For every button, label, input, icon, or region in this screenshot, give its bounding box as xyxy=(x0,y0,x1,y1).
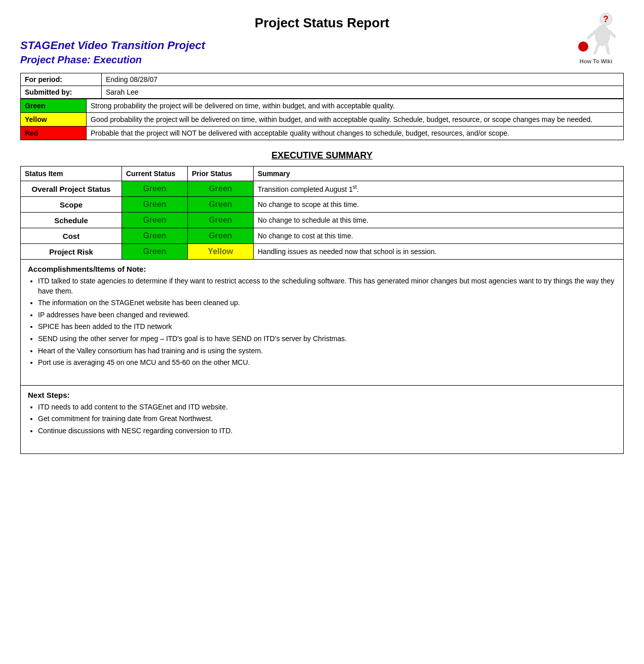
svg-line-5 xyxy=(595,45,598,53)
status-table-row: Project RiskGreenYellowHandling issues a… xyxy=(21,244,624,260)
status-summary: No change to scope at this time. xyxy=(254,197,624,213)
status-item-name: Overall Project Status xyxy=(21,181,122,197)
col-summary: Summary xyxy=(254,167,624,181)
list-item: IP addresses have been changed and revie… xyxy=(38,310,616,320)
list-item: SEND using the other server for mpeg – I… xyxy=(38,334,616,344)
status-current: Green xyxy=(122,244,188,260)
status-table-header: Status Item Current Status Prior Status … xyxy=(21,167,624,181)
project-phase: Project Phase: Execution xyxy=(20,54,624,66)
col-status-item: Status Item xyxy=(21,167,122,181)
status-current: Green xyxy=(122,213,188,228)
submitted-by-value: Sarah Lee xyxy=(102,86,624,99)
col-prior-status: Prior Status xyxy=(188,167,254,181)
next-steps-list: ITD needs to add content to the STAGEnet… xyxy=(38,402,616,436)
svg-line-3 xyxy=(588,31,595,38)
info-table: For period: Ending 08/28/07 Submitted by… xyxy=(20,73,624,99)
next-steps-section: Next Steps: ITD needs to add content to … xyxy=(20,386,624,454)
how-to-logo: ? How To Wiki xyxy=(568,10,624,64)
status-current: Green xyxy=(122,181,188,197)
list-item: Heart of the Valley consortium has had t… xyxy=(38,346,616,356)
col-current-status: Current Status xyxy=(122,167,188,181)
legend-table: Green Strong probability the project wil… xyxy=(20,99,624,140)
list-item: Get commitment for training date from Gr… xyxy=(38,414,616,424)
legend-green-label: Green xyxy=(21,99,87,113)
status-item-name: Schedule xyxy=(21,213,122,228)
status-current: Green xyxy=(122,228,188,244)
header-area: Project Status Report ? How To Wiki xyxy=(20,15,624,31)
svg-text:?: ? xyxy=(603,14,609,24)
status-summary: Handling issues as needed now that schoo… xyxy=(254,244,624,260)
submitted-by-label: Submitted by: xyxy=(21,86,102,99)
svg-point-7 xyxy=(578,42,588,52)
status-table-row: ScopeGreenGreenNo change to scope at thi… xyxy=(21,197,624,213)
status-table: Status Item Current Status Prior Status … xyxy=(20,166,624,260)
status-current: Green xyxy=(122,197,188,213)
legend-green-desc: Strong probability the project will be d… xyxy=(87,99,624,113)
legend-yellow-label: Yellow xyxy=(21,113,87,127)
page-title: Project Status Report xyxy=(20,15,624,31)
legend-red-label: Red xyxy=(21,127,87,140)
status-table-row: Overall Project StatusGreenGreenTransiti… xyxy=(21,181,624,197)
status-summary: No change to cost at this time. xyxy=(254,228,624,244)
project-title: STAGEnet Video Transition Project xyxy=(20,39,624,52)
accomplishments-list: ITD talked to state agencies to determin… xyxy=(38,276,616,368)
info-row-period: For period: Ending 08/28/07 xyxy=(21,73,624,86)
legend-row-red: Red Probable that the project will NOT b… xyxy=(21,127,624,140)
exec-summary-title: EXECUTIVE SUMMARY xyxy=(20,150,624,161)
legend-row-yellow: Yellow Good probability the project will… xyxy=(21,113,624,127)
list-item: SPICE has been added to the ITD network xyxy=(38,322,616,332)
status-prior: Green xyxy=(188,228,254,244)
accomplishments-title: Accomplishments/Items of Note: xyxy=(28,265,616,273)
svg-line-4 xyxy=(610,31,615,36)
status-prior: Green xyxy=(188,213,254,228)
for-period-label: For period: xyxy=(21,73,102,86)
status-summary: Transition completed August 1st. xyxy=(254,181,624,197)
list-item: Continue discussions with NESC regarding… xyxy=(38,426,616,436)
status-item-name: Cost xyxy=(21,228,122,244)
legend-red-desc: Probable that the project will NOT be de… xyxy=(87,127,624,140)
for-period-value: Ending 08/28/07 xyxy=(102,73,624,86)
svg-point-2 xyxy=(595,25,610,46)
status-item-name: Scope xyxy=(21,197,122,213)
info-row-submitted: Submitted by: Sarah Lee xyxy=(21,86,624,99)
status-prior: Green xyxy=(188,197,254,213)
status-table-row: ScheduleGreenGreenNo change to schedule … xyxy=(21,213,624,228)
status-prior: Green xyxy=(188,181,254,197)
status-table-row: CostGreenGreenNo change to cost at this … xyxy=(21,228,624,244)
status-prior: Yellow xyxy=(188,244,254,260)
legend-yellow-desc: Good probability the project will be del… xyxy=(87,113,624,127)
accomplishments-section: Accomplishments/Items of Note: ITD talke… xyxy=(20,260,624,386)
how-to-label: How To Wiki xyxy=(568,58,624,64)
list-item: The information on the STAGEnet website … xyxy=(38,298,616,308)
list-item: ITD talked to state agencies to determin… xyxy=(38,276,616,296)
how-to-figure-icon: ? xyxy=(573,10,619,56)
status-item-name: Project Risk xyxy=(21,244,122,260)
status-summary: No change to schedule at this time. xyxy=(254,213,624,228)
next-steps-title: Next Steps: xyxy=(28,391,616,399)
svg-line-6 xyxy=(607,45,609,53)
list-item: ITD needs to add content to the STAGEnet… xyxy=(38,402,616,412)
legend-row-green: Green Strong probability the project wil… xyxy=(21,99,624,113)
list-item: Port use is averaging 45 on one MCU and … xyxy=(38,358,616,368)
